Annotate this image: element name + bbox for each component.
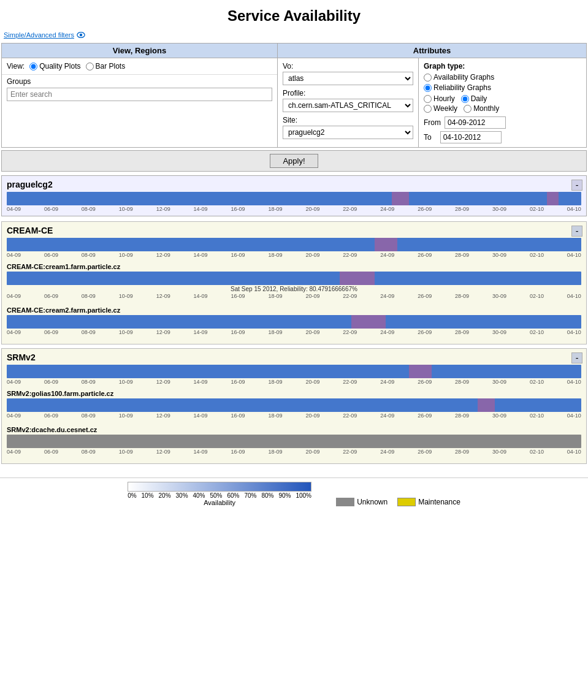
sub-service: CREAM-CE:cream1.farm.particle.czSat Sep … — [7, 261, 581, 302]
availability-label: Availability — [128, 499, 311, 506]
service-block: CREAM-CE-04-0906-0908-0910-0912-0914-091… — [1, 221, 587, 344]
left-panel-header: View, Regions — [2, 44, 277, 58]
maintenance-swatch — [397, 498, 416, 506]
tooltip-text: Sat Sep 15 2012, Reliability: 80.4791666… — [7, 286, 581, 292]
page-title: Service Availability — [0, 0, 588, 29]
filter-link[interactable]: Simple/Advanced filters — [1, 29, 587, 40]
service-block: SRMv2-04-0906-0908-0910-0912-0914-0916-0… — [1, 348, 587, 464]
time-axis: 04-0906-0908-0910-0912-0914-0916-0918-09… — [7, 293, 581, 299]
legend-section: 0% 10% 20% 30% 40% 50% 60% 70% 80% 90% 1… — [0, 477, 588, 510]
view-row: View: Quality Plots Bar Plots — [2, 58, 277, 75]
groups-label: Groups — [7, 77, 272, 86]
search-input[interactable] — [7, 88, 272, 101]
apply-bar: Apply! — [1, 150, 587, 172]
daily-radio[interactable]: Daily — [461, 94, 487, 103]
sub-service: SRMv2:dcache.du.cesnet.cz04-0906-0908-09… — [7, 424, 581, 457]
attr-right: Graph type: Availability Graphs Reliabil… — [419, 58, 586, 147]
site-block: praguelcg2-04-0906-0908-0910-0912-0914-0… — [1, 175, 587, 216]
service-title: CREAM-CE — [7, 226, 581, 235]
to-label: To — [424, 133, 432, 142]
time-axis: 04-0906-0908-0910-0912-0914-0916-0918-09… — [7, 413, 581, 419]
site-select[interactable]: praguelcg2 — [283, 126, 413, 139]
time-axis: 04-0906-0908-0910-0912-0914-0916-0918-09… — [7, 329, 581, 335]
time-axis: 04-0906-0908-0910-0912-0914-0916-0918-09… — [7, 379, 581, 385]
timeline-bar — [7, 192, 581, 205]
profile-label: Profile: — [283, 89, 413, 97]
site-label: Site: — [283, 116, 413, 124]
groups-section: Groups — [2, 75, 277, 105]
unknown-swatch — [336, 498, 354, 506]
gradient-bar — [128, 482, 311, 492]
service-title: SRMv2 — [7, 352, 581, 362]
sub-service: SRMv2:golias100.farm.particle.cz04-0906-… — [7, 387, 581, 421]
charts-area: praguelcg2-04-0906-0908-0910-0912-0914-0… — [0, 172, 588, 471]
profile-select[interactable]: ch.cern.sam-ATLAS_CRITICAL — [283, 99, 413, 112]
timeline-bar — [7, 272, 581, 285]
view-label: View: — [7, 62, 25, 70]
graph-type-label: Graph type: — [424, 62, 581, 70]
reliability-graphs-radio[interactable]: Reliability Graphs — [424, 83, 491, 92]
right-panel-header: Attributes — [278, 44, 586, 58]
timeline-bar — [7, 238, 581, 251]
sub-service-title: CREAM-CE:cream2.farm.particle.cz — [7, 306, 581, 314]
time-axis: 04-0906-0908-0910-0912-0914-0916-0918-09… — [7, 206, 581, 212]
service-collapse-btn[interactable]: - — [571, 352, 582, 363]
attr-left: Vo: atlas Profile: ch.cern.sam-ATLAS_CRI… — [278, 58, 419, 147]
svg-point-1 — [80, 34, 82, 36]
service-collapse-btn[interactable]: - — [571, 226, 582, 237]
site-collapse-btn[interactable]: - — [571, 180, 582, 191]
timeline-bar — [7, 435, 581, 448]
site-title: praguelcg2 — [7, 180, 581, 189]
timeline-bar — [7, 315, 581, 329]
unknown-legend: Unknown — [336, 498, 388, 506]
sub-service-title: SRMv2:dcache.du.cesnet.cz — [7, 426, 581, 433]
timeline-bar — [7, 365, 581, 378]
legend-items: Unknown Maintenance — [336, 498, 460, 506]
time-axis: 04-0906-0908-0910-0912-0914-0916-0918-09… — [7, 449, 581, 455]
from-label: From — [424, 118, 441, 127]
monthly-radio[interactable]: Monthly — [464, 104, 499, 113]
to-date-input[interactable] — [440, 131, 502, 143]
hourly-radio[interactable]: Hourly — [424, 94, 455, 103]
eye-icon — [77, 31, 85, 39]
maintenance-legend: Maintenance — [397, 498, 460, 506]
vo-select[interactable]: atlas — [283, 72, 413, 85]
sub-service: CREAM-CE:cream2.farm.particle.cz04-0906-… — [7, 304, 581, 338]
availability-graphs-radio[interactable]: Availability Graphs — [424, 73, 494, 82]
from-date-input[interactable] — [445, 116, 506, 129]
sub-service-title: SRMv2:golias100.farm.particle.cz — [7, 390, 581, 397]
time-axis: 04-0906-0908-0910-0912-0914-0916-0918-09… — [7, 252, 581, 258]
quality-plots-radio[interactable]: Quality Plots — [29, 62, 80, 70]
vo-label: Vo: — [283, 62, 413, 70]
timeline-bar — [7, 398, 581, 412]
apply-button[interactable]: Apply! — [270, 154, 318, 168]
bar-plots-radio[interactable]: Bar Plots — [86, 62, 126, 70]
weekly-radio[interactable]: Weekly — [424, 104, 457, 113]
sub-service-title: CREAM-CE:cream1.farm.particle.cz — [7, 263, 581, 270]
